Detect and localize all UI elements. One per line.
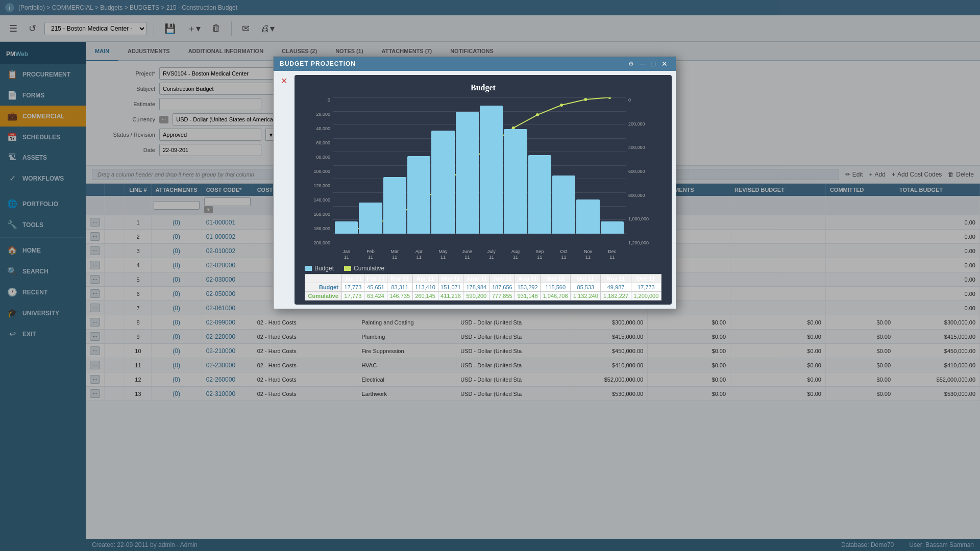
- y-left-label: 180,000: [305, 226, 330, 231]
- chart-legend: Budget Cumulative: [305, 263, 662, 274]
- modal-controls: ⚙ ─ □ ✕: [626, 60, 670, 68]
- modal-settings-btn[interactable]: ⚙: [626, 60, 636, 68]
- y-left-label: 0: [305, 97, 330, 103]
- modal-restore-btn[interactable]: □: [649, 60, 657, 68]
- x-label: Oct11: [552, 249, 575, 261]
- chart-bar[interactable]: [407, 156, 430, 233]
- budget-legend-label: Budget: [314, 265, 334, 272]
- y-right-label: 600,000: [628, 169, 662, 174]
- x-label: Feb11: [359, 249, 382, 261]
- y-right-label: 800,000: [628, 193, 662, 198]
- y-right-label: 200,000: [628, 121, 662, 127]
- chart-bar[interactable]: [601, 221, 624, 234]
- chart-bar[interactable]: [335, 221, 358, 234]
- modal-minimize-btn[interactable]: ─: [638, 60, 647, 68]
- chart-bar[interactable]: [456, 112, 479, 234]
- chart-title: Budget: [305, 83, 662, 92]
- chart-bar[interactable]: [480, 106, 503, 233]
- y-right-label: 1,000,000: [628, 216, 662, 221]
- chart-bar[interactable]: [504, 129, 527, 233]
- y-right-label: 1,200,000: [628, 240, 662, 245]
- chart-bar[interactable]: [383, 177, 406, 234]
- x-label: Dec11: [601, 249, 624, 261]
- y-left-label: 40,000: [305, 126, 330, 131]
- y-left-label: 20,000: [305, 112, 330, 117]
- cumulative-legend-box: [344, 266, 351, 271]
- y-left-label: 140,000: [305, 197, 330, 203]
- modal-title: BUDGET PROJECTION: [280, 60, 356, 67]
- x-label: Sep11: [528, 249, 551, 261]
- chart-bar[interactable]: [576, 199, 599, 234]
- modal-x-btn[interactable]: ✕: [278, 75, 290, 87]
- budget-projection-modal: BUDGET PROJECTION ⚙ ─ □ ✕ ✕ Budget 200,0…: [273, 56, 676, 309]
- chart-bar[interactable]: [359, 203, 382, 234]
- x-label: Nov11: [576, 249, 599, 261]
- x-label: Aug11: [504, 249, 527, 261]
- x-label: Mar11: [383, 249, 406, 261]
- y-right-label: 0: [628, 97, 662, 103]
- y-axis-left: 200,000180,000160,000140,000120,000100,0…: [305, 97, 333, 261]
- x-label: July11: [480, 249, 503, 261]
- y-left-label: 100,000: [305, 169, 330, 174]
- x-label: June11: [456, 249, 479, 261]
- y-axis-right: 1,200,0001,000,000800,000600,000400,0002…: [626, 97, 662, 261]
- legend-cumulative: Cumulative: [344, 265, 384, 272]
- modal-body: ✕ Budget 200,000180,000160,000140,000120…: [274, 71, 676, 309]
- chart-container: Budget 200,000180,000160,000140,000120,0…: [295, 75, 672, 305]
- y-right-label: 400,000: [628, 145, 662, 150]
- modal-header: BUDGET PROJECTION ⚙ ─ □ ✕: [274, 57, 676, 71]
- y-left-label: 120,000: [305, 183, 330, 188]
- chart-area: 200,000180,000160,000140,000120,000100,0…: [305, 97, 662, 261]
- legend-budget: Budget: [305, 265, 334, 272]
- modal-close-btn[interactable]: ✕: [659, 60, 670, 68]
- chart-bar[interactable]: [431, 131, 454, 233]
- y-left-label: 80,000: [305, 155, 330, 160]
- y-left-label: 160,000: [305, 212, 330, 217]
- budget-legend-box: [305, 266, 312, 271]
- cumulative-legend-label: Cumulative: [354, 265, 384, 272]
- x-label: Apr11: [407, 249, 430, 261]
- chart-data-table: Jan 11Feb 11Mar 11Apr 11May 11June 11Jul…: [305, 274, 662, 300]
- x-label: May11: [431, 249, 454, 261]
- y-left-label: 60,000: [305, 140, 330, 145]
- x-label: Jan11: [335, 249, 358, 261]
- y-left-label: 200,000: [305, 240, 330, 245]
- chart-bar[interactable]: [552, 176, 575, 234]
- chart-bar[interactable]: [528, 155, 551, 234]
